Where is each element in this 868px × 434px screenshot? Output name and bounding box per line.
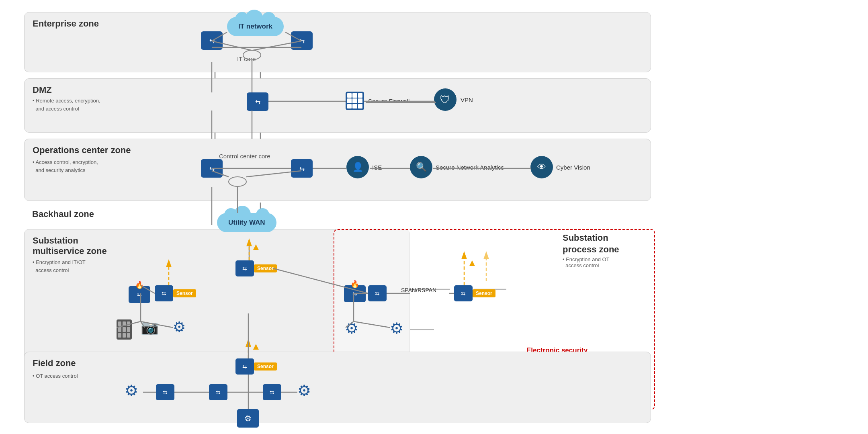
- it-network-cloud: IT network: [227, 17, 284, 36]
- zone-field: Field zone • OT access control: [24, 352, 651, 423]
- vpn-label: VPN: [461, 96, 473, 103]
- enterprise-zone-label: Enterprise zone: [33, 18, 99, 29]
- secure-firewall: Secure Firewall: [346, 92, 409, 110]
- gear-device-left: ⚙: [173, 319, 186, 336]
- field-gear-left: ⚙: [125, 382, 138, 399]
- ops-label: Operations center zone: [33, 145, 131, 156]
- ops-sublabel: • Access control, encryption, and securi…: [33, 158, 98, 174]
- backhaul-zone-label: Backhaul zone: [32, 209, 94, 219]
- zone-enterprise: Enterprise zone: [24, 12, 651, 72]
- esp-switch-left: ⇆: [368, 285, 387, 301]
- substation-sublabel: • Encryption and IT/OT access control: [33, 258, 86, 274]
- field-switch-left: ⇆: [156, 384, 174, 400]
- it-core-label: IT core: [237, 55, 256, 62]
- zone-dmz: DMZ • Remote access, encryption, and acc…: [24, 78, 651, 133]
- field-sensor-arrow-up: ▲: [251, 341, 261, 352]
- esp-sensor-switch: ⇆ Sensor: [454, 285, 495, 301]
- control-center-core-label: Control center core: [219, 153, 270, 160]
- dmz-label: DMZ: [33, 85, 52, 95]
- camera-device: 📷: [141, 319, 159, 336]
- field-switch-mid-left: ⇆: [209, 384, 227, 400]
- diagram-container: Enterprise zone IT network ⇆ ⇆ IT core D…: [0, 0, 868, 434]
- cyber-vision-label: Cyber Vision: [556, 164, 590, 171]
- keypad-device: [117, 319, 132, 340]
- sensor-badge-field: Sensor: [254, 362, 277, 371]
- field-label: Field zone: [33, 358, 76, 368]
- vpn-device: 🛡 VPN: [434, 88, 473, 111]
- field-switch-mid-right: ⇆: [263, 384, 281, 400]
- sensor-badge-left: Sensor: [173, 289, 196, 297]
- dmz-sublabel: • Remote access, encryption, and access …: [33, 97, 100, 113]
- sna-device: 🔍 Secure Network Analytics: [410, 156, 504, 178]
- ops-switch-left: ⇆: [201, 159, 223, 178]
- substation-process-label: Substationprocess zone: [563, 232, 619, 255]
- utility-wan-cloud: Utility WAN: [217, 213, 276, 232]
- esp-fire-switch: 🔥 ⇆: [344, 276, 366, 302]
- utility-wan-label: Utility WAN: [228, 219, 265, 226]
- enterprise-switch-left: ⇆: [201, 31, 223, 50]
- substation-process-sublabel: • Encryption and OT access control: [563, 256, 610, 268]
- substation-top-sensor-switch: ⇆ Sensor: [235, 260, 277, 276]
- ise-device: 👤 ISE: [346, 156, 382, 178]
- field-sublabel: • OT access control: [33, 372, 78, 380]
- ise-label: ISE: [372, 164, 382, 171]
- field-switch-bottom: ⚙: [237, 409, 259, 428]
- secure-firewall-label: Secure Firewall: [368, 98, 409, 104]
- esp-gear-left: ⚙: [345, 319, 358, 337]
- sna-label: Secure Network Analytics: [436, 164, 504, 171]
- esp-gear-right: ⚙: [390, 319, 403, 337]
- enterprise-switch-right: ⇆: [291, 31, 313, 50]
- field-gear-right: ⚙: [297, 382, 311, 399]
- substation-label: Substationmultiservice zone: [33, 235, 107, 256]
- dmz-switch: ⇆: [247, 92, 268, 111]
- cyber-vision-device: 👁 Cyber Vision: [530, 156, 590, 178]
- field-sensor-switch: ⇆ Sensor: [235, 358, 277, 375]
- sensor-badge-top: Sensor: [254, 264, 277, 272]
- it-network-label: IT network: [238, 23, 272, 30]
- sensor-badge-esp: Sensor: [473, 289, 495, 297]
- ops-switch-right: ⇆: [291, 159, 313, 178]
- esp-sensor-arrow-up: ▲: [467, 257, 477, 268]
- substation-left-sensor-switch: ⇆ Sensor: [155, 285, 196, 301]
- span-rspan-label: SPAN/RSPAN: [401, 287, 436, 293]
- fire-switch-left: 🔥 ⇆: [129, 277, 150, 303]
- sensor-arrow-up-top: ▲: [251, 241, 261, 252]
